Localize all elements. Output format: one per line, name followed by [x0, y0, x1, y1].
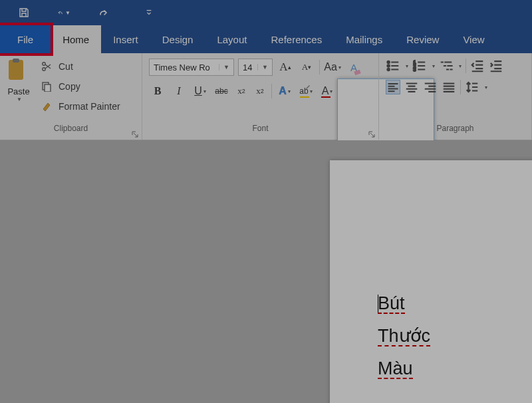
group-clipboard: Paste ▼ Cut Copy — [0, 53, 142, 140]
group-font: Times New Ro ▼ 14 ▼ A▴ A▾ Aa▾ A — [142, 53, 379, 140]
text-line[interactable]: Thước — [378, 326, 532, 346]
subscript-button[interactable]: x2 — [234, 82, 249, 100]
font-name-value: Times New Ro — [154, 63, 210, 72]
document-page[interactable]: Bút Thước Màu — [330, 160, 532, 403]
tab-home[interactable]: Home — [51, 25, 101, 53]
document-area: Bút Thước Màu — [0, 140, 532, 403]
font-name-combo[interactable]: Times New Ro ▼ — [149, 59, 234, 76]
paste-label: Paste — [7, 86, 29, 96]
svg-point-4 — [387, 61, 389, 63]
svg-point-1 — [43, 63, 45, 65]
save-icon[interactable] — [17, 6, 31, 19]
tab-mailings[interactable]: Mailings — [334, 25, 394, 53]
bold-button[interactable]: B — [149, 82, 166, 100]
underline-button[interactable]: U▾ — [192, 82, 209, 100]
copy-button[interactable]: Copy — [40, 78, 139, 94]
group-clipboard-label: Clipboard — [0, 124, 142, 137]
undo-icon[interactable]: ▼ — [57, 6, 70, 19]
decrease-indent-button[interactable] — [470, 59, 485, 73]
paste-button[interactable]: Paste ▼ — [0, 53, 37, 124]
shrink-font-button[interactable]: A▾ — [298, 59, 315, 76]
strikethrough-button[interactable]: abc — [213, 82, 230, 100]
chevron-down-icon[interactable]: ▾ — [459, 63, 462, 69]
text-line[interactable]: Màu — [378, 358, 532, 379]
font-color-button[interactable]: A ▾ — [319, 82, 336, 100]
tab-review[interactable]: Review — [394, 25, 451, 53]
tab-references[interactable]: References — [259, 25, 334, 53]
qat-customize-icon[interactable] — [142, 6, 156, 19]
chevron-down-icon[interactable]: ▾ — [406, 63, 408, 69]
brush-icon — [40, 100, 53, 113]
group-font-label: Font — [142, 124, 378, 137]
group-paragraph-label: Paragraph — [379, 124, 531, 137]
align-right-button[interactable] — [423, 80, 438, 94]
chevron-down-icon[interactable]: ▾ — [485, 84, 487, 90]
tab-view[interactable]: View — [451, 25, 496, 53]
tab-file[interactable]: File — [0, 25, 51, 53]
scissors-icon — [40, 60, 53, 73]
svg-point-5 — [387, 65, 389, 67]
svg-point-0 — [43, 68, 45, 70]
change-case-button[interactable]: Aa▾ — [324, 59, 341, 76]
justify-button[interactable] — [442, 80, 456, 94]
tab-design[interactable]: Design — [150, 25, 205, 53]
cut-button[interactable]: Cut — [40, 59, 139, 74]
tab-layout[interactable]: Layout — [205, 25, 259, 53]
font-size-combo[interactable]: 14 ▼ — [238, 59, 273, 76]
chevron-down-icon[interactable]: ▾ — [432, 63, 435, 69]
copy-label: Copy — [59, 81, 80, 92]
grow-font-button[interactable]: A▴ — [277, 59, 294, 76]
clear-formatting-button[interactable]: A — [345, 59, 362, 76]
chevron-down-icon[interactable]: ▼ — [257, 64, 268, 70]
svg-rect-3 — [45, 84, 51, 92]
align-center-button[interactable] — [404, 80, 419, 94]
chevron-down-icon[interactable]: ▼ — [219, 64, 229, 70]
multilevel-list-button[interactable] — [439, 59, 454, 73]
format-painter-button[interactable]: Format Painter — [40, 98, 139, 114]
ribbon: Paste ▼ Cut Copy — [0, 53, 532, 140]
italic-button[interactable]: I — [170, 82, 188, 100]
highlight-button[interactable]: ab ▾ — [297, 82, 315, 100]
svg-text:3: 3 — [413, 67, 416, 72]
chevron-down-icon[interactable]: ▼ — [17, 96, 22, 102]
ribbon-tabs: File Home Insert Design Layout Reference… — [0, 25, 532, 53]
group-paragraph: ▾ 123 ▾ ▾ — [379, 53, 532, 140]
bullets-button[interactable] — [386, 59, 400, 73]
numbering-button[interactable]: 123 — [412, 59, 427, 73]
font-size-value: 14 — [243, 63, 252, 72]
paste-icon — [7, 59, 30, 84]
clipboard-launcher[interactable] — [131, 129, 139, 137]
increase-indent-button[interactable] — [489, 59, 503, 73]
superscript-button[interactable]: x2 — [253, 82, 267, 100]
align-left-button[interactable] — [386, 80, 400, 94]
cut-label: Cut — [59, 61, 73, 72]
svg-point-6 — [387, 68, 389, 70]
tab-insert[interactable]: Insert — [101, 25, 150, 53]
line-spacing-button[interactable] — [465, 80, 479, 94]
copy-icon — [40, 80, 53, 93]
format-painter-label: Format Painter — [59, 101, 120, 112]
text-effects-button[interactable]: A▾ — [276, 82, 293, 100]
redo-icon[interactable] — [97, 6, 110, 19]
text-line[interactable]: Bút — [378, 293, 532, 314]
font-launcher[interactable] — [368, 129, 376, 137]
quick-access-toolbar: ▼ — [0, 0, 532, 25]
